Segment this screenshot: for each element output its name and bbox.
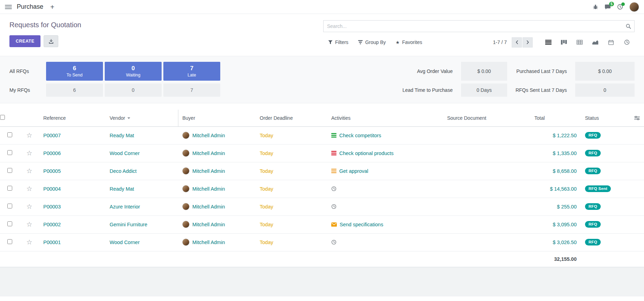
view-list-button[interactable]: [540, 37, 556, 48]
my-to-send[interactable]: 6: [46, 83, 103, 97]
row-checkbox[interactable]: [7, 132, 12, 137]
view-kanban-button[interactable]: [556, 37, 572, 48]
row-checkbox[interactable]: [7, 239, 12, 244]
reference-link[interactable]: P00001: [43, 240, 61, 245]
table-row[interactable]: ☆ P00005 Deco Addict Mitchell Admin Toda…: [0, 162, 644, 180]
current-app-label[interactable]: Purchase: [17, 3, 43, 10]
column-header-total[interactable]: Total: [530, 110, 581, 126]
activity-link[interactable]: Get approval: [339, 168, 368, 174]
activity-clock-icon[interactable]: [331, 204, 336, 209]
export-button[interactable]: [44, 35, 58, 47]
row-checkbox[interactable]: [7, 168, 12, 173]
vendor-link[interactable]: Wood Corner: [110, 150, 140, 156]
vendor-link[interactable]: Ready Mat: [110, 133, 134, 138]
kpi-waiting[interactable]: 0 Waiting: [105, 62, 162, 81]
kpi-late[interactable]: 7 Late: [163, 62, 220, 81]
favorite-star-icon[interactable]: ☆: [26, 203, 32, 210]
create-button[interactable]: CREATE: [9, 35, 40, 47]
favorite-star-icon[interactable]: ☆: [26, 149, 32, 157]
table-row[interactable]: ☆ P00002 Gemini Furniture Mitchell Admin…: [0, 215, 644, 233]
favorite-star-icon[interactable]: ☆: [26, 185, 32, 192]
column-header-status[interactable]: Status: [581, 110, 616, 126]
activities-clock-icon[interactable]: [617, 4, 623, 10]
activity-clock-icon[interactable]: [331, 186, 336, 191]
view-activity-button[interactable]: [619, 37, 635, 48]
search-icon[interactable]: [626, 23, 631, 29]
plus-icon[interactable]: +: [50, 3, 54, 10]
total-amount: $ 14,563.00: [550, 186, 577, 192]
tasks-icon[interactable]: [331, 169, 336, 173]
activity-view-icon: [624, 39, 630, 45]
column-header-buyer[interactable]: Buyer: [178, 110, 256, 126]
vendor-link[interactable]: Wood Corner: [110, 240, 140, 245]
buyer-link[interactable]: Mitchell Admin: [192, 204, 225, 210]
envelope-icon[interactable]: [331, 222, 337, 227]
rfqs-sent-last-7-days-label: RFQs Sent Last 7 Days: [516, 83, 567, 97]
reference-link[interactable]: P00004: [43, 186, 61, 192]
column-header-activities[interactable]: Activities: [327, 110, 443, 126]
tasks-icon[interactable]: [331, 133, 336, 138]
favorite-star-icon[interactable]: ☆: [26, 132, 32, 139]
buyer-link[interactable]: Mitchell Admin: [192, 133, 225, 138]
status-badge: RFQ Sent: [585, 185, 611, 192]
reference-link[interactable]: P00003: [43, 204, 61, 210]
my-waiting[interactable]: 0: [105, 83, 162, 97]
user-avatar[interactable]: [629, 2, 639, 12]
apps-menu-icon[interactable]: [5, 5, 12, 9]
favorite-star-icon[interactable]: ☆: [26, 221, 32, 228]
table-row[interactable]: ☆ P00003 Azure Interior Mitchell Admin T…: [0, 198, 644, 215]
search-input[interactable]: [324, 21, 634, 32]
select-all-checkbox[interactable]: [0, 115, 5, 120]
tasks-icon[interactable]: [331, 151, 336, 155]
row-checkbox[interactable]: [7, 186, 12, 191]
row-checkbox[interactable]: [7, 221, 12, 226]
column-header-reference[interactable]: Reference: [39, 110, 105, 126]
activity-link[interactable]: Send specifications: [340, 222, 383, 227]
activity-link[interactable]: Check optional products: [339, 150, 394, 156]
table-row[interactable]: ☆ P00004 Ready Mat Mitchell Admin Today …: [0, 180, 644, 198]
order-deadline: Today: [260, 222, 273, 227]
debug-bug-icon[interactable]: [593, 4, 598, 10]
favorite-star-icon[interactable]: ☆: [26, 167, 32, 175]
table-row[interactable]: ☆ P00006 Wood Corner Mitchell Admin Toda…: [0, 144, 644, 162]
buyer-avatar: [182, 185, 190, 192]
purchase-dashboard: All RFQs 6 To Send 0 Waiting 7 Late My R…: [0, 56, 644, 103]
pager-next-button[interactable]: [523, 37, 533, 47]
view-graph-button[interactable]: [587, 37, 603, 48]
reference-link[interactable]: P00007: [43, 133, 61, 138]
column-header-order-deadline[interactable]: Order Deadline: [256, 110, 327, 126]
activity-clock-icon[interactable]: [331, 240, 336, 245]
favorite-star-icon[interactable]: ☆: [26, 238, 32, 246]
reference-link[interactable]: P00006: [43, 150, 61, 156]
row-checkbox[interactable]: [7, 204, 12, 208]
vendor-link[interactable]: Ready Mat: [110, 186, 134, 192]
table-row[interactable]: ☆ P00007 Ready Mat Mitchell Admin Today …: [0, 126, 644, 144]
buyer-link[interactable]: Mitchell Admin: [192, 168, 225, 174]
column-header-vendor[interactable]: Vendor: [105, 110, 178, 126]
activity-link[interactable]: Check competitors: [339, 133, 381, 138]
view-pivot-button[interactable]: [572, 37, 587, 48]
vendor-link[interactable]: Gemini Furniture: [110, 222, 147, 227]
view-calendar-button[interactable]: [603, 37, 619, 48]
buyer-link[interactable]: Mitchell Admin: [192, 186, 225, 192]
buyer-link[interactable]: Mitchell Admin: [192, 150, 225, 156]
row-checkbox[interactable]: [7, 150, 12, 155]
filters-button[interactable]: Filters: [328, 39, 348, 45]
group-by-button[interactable]: Group By: [358, 39, 386, 45]
vendor-link[interactable]: Deco Addict: [110, 168, 136, 174]
my-late[interactable]: 7: [163, 83, 220, 97]
favorites-button[interactable]: ★ Favorites: [395, 39, 422, 45]
table-row[interactable]: ☆ P00001 Wood Corner Mitchell Admin Toda…: [0, 233, 644, 251]
buyer-link[interactable]: Mitchell Admin: [192, 240, 225, 245]
column-header-source-document[interactable]: Source Document: [443, 110, 530, 126]
optional-columns-button[interactable]: [620, 116, 640, 120]
reference-link[interactable]: P00005: [43, 168, 61, 174]
my-rfqs-label: My RFQs: [9, 83, 44, 97]
pager-previous-button[interactable]: [512, 37, 522, 47]
pager-value[interactable]: 1-7 / 7: [493, 39, 507, 45]
buyer-link[interactable]: Mitchell Admin: [192, 222, 225, 227]
vendor-link[interactable]: Azure Interior: [110, 204, 140, 210]
messages-icon[interactable]: 5: [605, 4, 611, 10]
kpi-to-send[interactable]: 6 To Send: [46, 62, 103, 81]
reference-link[interactable]: P00002: [43, 222, 61, 227]
